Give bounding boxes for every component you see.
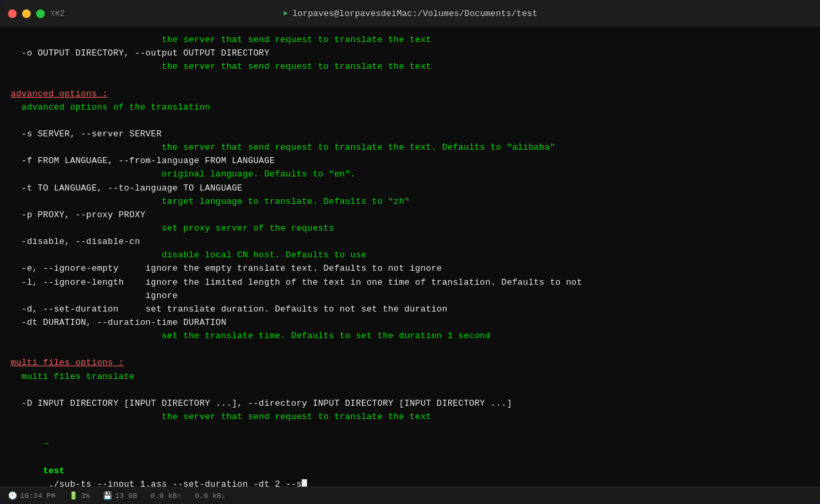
line-duration: -d, --set-duration set translate duratio… — [11, 303, 809, 316]
line-proxy-desc: set proxy server of the requests — [11, 222, 809, 235]
advanced-options-label: advanced options — [11, 89, 97, 99]
traffic-lights — [8, 9, 45, 18]
network-up-label: 0.0 kB↑ — [150, 492, 181, 500]
line-2: -o OUTPUT DIRECTORY, --output OUTPUT DIR… — [11, 47, 809, 60]
storage-icon: 💾 — [103, 491, 112, 500]
status-network-down: 0.0 kB↓ — [195, 492, 225, 500]
line-blank-4 — [11, 384, 809, 397]
cmd-name: test — [43, 466, 64, 476]
clock-icon: 🕙 — [8, 491, 17, 500]
terminal-body[interactable]: the server that send request to translat… — [0, 27, 820, 487]
line-server: -s SERVER, --server SERVER — [11, 128, 809, 141]
line-blank-1 — [11, 74, 809, 87]
cursor — [302, 479, 307, 487]
line-cmd: → test ./sub-ts --input 1.ass --set-dura… — [11, 424, 809, 487]
line-empty: -e, --ignore-empty ignore the empty tran… — [11, 262, 809, 275]
cmd-args: ./sub-ts --input 1.ass --set-duration -d… — [43, 479, 302, 487]
shortcut-label: ⌥⌘2 — [50, 9, 65, 19]
advanced-options-colon: : — [97, 89, 108, 99]
terminal-window: ⌥⌘2 ➤ lorpaves@lorpavesdeiMac:/Volumes/D… — [0, 0, 820, 504]
battery-label: 3% — [81, 492, 90, 500]
statusbar: 🕙 10:34 PM 🔋 3% 💾 13 GB 0.0 kB↑ 0.0 kB↓ — [0, 487, 820, 504]
line-server-desc: the server that send request to translat… — [11, 141, 809, 154]
window-title: ➤ lorpaves@lorpavesdeiMac:/Volumes/Docum… — [282, 8, 537, 19]
line-blank-2 — [11, 114, 809, 128]
line-blank-3 — [11, 343, 809, 356]
line-disable: -disable, --disable-cn — [11, 235, 809, 249]
line-length: -l, --ignore-length ignore the limited l… — [11, 276, 809, 289]
line-dir-desc: the server that send request to translat… — [11, 410, 809, 424]
close-button[interactable] — [8, 9, 17, 18]
titlebar: ⌥⌘2 ➤ lorpaves@lorpavesdeiMac:/Volumes/D… — [0, 0, 820, 27]
line-to-desc: target language to translate. Defaults t… — [11, 195, 809, 209]
line-dir: -D INPUT DIRECTORY [INPUT DIRECTORY ...]… — [11, 397, 809, 410]
line-proxy: -p PROXY, --proxy PROXY — [11, 209, 809, 222]
line-from: -f FROM LANGUAGE, --from-language FROM L… — [11, 154, 809, 168]
line-3: the server that send request to translat… — [11, 60, 809, 74]
multi-files-label: multi files options — [11, 358, 113, 368]
line-adv: advanced options : — [11, 88, 809, 101]
storage-label: 13 GB — [115, 492, 137, 500]
minimize-button[interactable] — [22, 9, 31, 18]
line-dt: -dt DURATION, --duration-time DURATION — [11, 316, 809, 330]
line-adv-desc: advanced options of the translation — [11, 101, 809, 114]
time-label: 10:34 PM — [20, 492, 56, 500]
battery-icon: 🔋 — [69, 491, 78, 500]
status-network-up: 0.0 kB↑ — [150, 492, 181, 500]
line-1: the server that send request to translat… — [11, 33, 809, 47]
prompt-arrow: → — [43, 438, 48, 449]
line-multi-desc: multi files translate — [11, 370, 809, 384]
line-multi: multi files options : — [11, 356, 809, 370]
line-dt-desc: set the translate time. Defaults to set … — [11, 330, 809, 343]
title-text: lorpaves@lorpavesdeiMac:/Volumes/Documen… — [292, 9, 538, 19]
line-from-desc: original language. Defaults to "en". — [11, 168, 809, 181]
line-disable-desc: disable local CN host. Defaults to use — [11, 249, 809, 262]
status-storage: 💾 13 GB — [103, 491, 137, 500]
terminal-icon: ➤ — [282, 8, 288, 19]
multi-files-colon: : — [113, 358, 124, 368]
maximize-button[interactable] — [36, 9, 45, 18]
line-to: -t TO LANGUAGE, --to-language TO LANGUAG… — [11, 182, 809, 195]
status-time: 🕙 10:34 PM — [8, 491, 56, 500]
status-battery: 🔋 3% — [69, 491, 90, 500]
network-down-label: 0.0 kB↓ — [195, 492, 225, 500]
line-length-cont: ignore — [11, 289, 809, 303]
